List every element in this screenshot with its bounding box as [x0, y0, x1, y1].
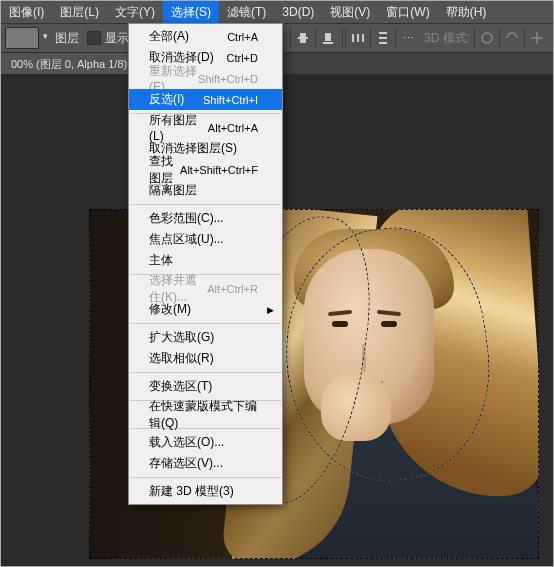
distribute-v-icon[interactable] [370, 28, 395, 48]
menu-item-view[interactable]: 视图(V) [322, 1, 378, 23]
select-menu-dropdown: 全部(A)Ctrl+A取消选择(D)Ctrl+D重新选择(E)Shift+Ctr… [128, 23, 283, 505]
menu-row[interactable]: 扩大选取(G) [129, 327, 282, 348]
tool-preset-picker[interactable] [5, 27, 39, 49]
menu-row[interactable]: 新建 3D 模型(3) [129, 481, 282, 502]
menu-row[interactable]: 焦点区域(U)... [129, 229, 282, 250]
menu-separator [130, 372, 281, 373]
menu-item-image[interactable]: 图像(I) [1, 1, 52, 23]
menu-row-shortcut: Alt+Shift+Ctrl+F [180, 164, 258, 176]
menu-row[interactable]: 修改(M)▶ [129, 299, 282, 320]
menu-separator [130, 204, 281, 205]
menu-row: 选择并遮住(K)...Alt+Ctrl+R [129, 278, 282, 299]
menu-row-shortcut: Alt+Ctrl+R [207, 283, 258, 295]
menu-separator [130, 323, 281, 324]
menu-row[interactable]: 反选(I)Shift+Ctrl+I [129, 89, 282, 110]
menu-row[interactable]: 选取相似(R) [129, 348, 282, 369]
menu-row[interactable]: 在快速蒙版模式下编辑(Q) [129, 404, 282, 425]
document-tab-title: 00% (图层 0, Alpha 1/8) * [11, 58, 135, 70]
submenu-arrow-icon: ▶ [267, 305, 274, 315]
svg-rect-9 [300, 33, 306, 43]
svg-rect-16 [379, 37, 387, 39]
menu-row-label: 反选(I) [149, 91, 203, 108]
distribute-h-icon[interactable] [345, 28, 370, 48]
menu-item-window[interactable]: 窗口(W) [378, 1, 437, 23]
more-align-icon[interactable]: ⋯ [395, 28, 420, 48]
menu-row-label: 色彩范围(C)... [149, 210, 258, 227]
align-center-v-icon[interactable] [290, 28, 315, 48]
menu-row-label: 载入选区(O)... [149, 434, 258, 451]
show-transform-checkbox[interactable] [87, 31, 101, 45]
menu-row[interactable]: 所有图层(L)Alt+Ctrl+A [129, 117, 282, 138]
menu-separator [130, 477, 281, 478]
mode-3d-pan-icon[interactable] [524, 28, 549, 48]
menu-row-label: 全部(A) [149, 28, 227, 45]
svg-rect-17 [379, 42, 387, 44]
svg-rect-12 [352, 34, 354, 42]
menu-item-type[interactable]: 文字(Y) [107, 1, 163, 23]
menu-row-shortcut: Ctrl+D [227, 52, 258, 64]
menu-row[interactable]: 隔离图层 [129, 180, 282, 201]
align-bottom-icon[interactable] [315, 28, 340, 48]
menu-item-layer[interactable]: 图层(L) [52, 1, 107, 23]
menu-row-shortcut: Shift+Ctrl+I [203, 94, 258, 106]
svg-rect-10 [323, 42, 333, 44]
svg-rect-14 [362, 34, 364, 42]
mode-3d-label: 3D 模式: [424, 30, 470, 47]
menu-row[interactable]: 色彩范围(C)... [129, 208, 282, 229]
menu-row-label: 扩大选取(G) [149, 329, 258, 346]
menu-row: 重新选择(E)Shift+Ctrl+D [129, 68, 282, 89]
menu-row[interactable]: 全部(A)Ctrl+A [129, 26, 282, 47]
menu-row-label: 新建 3D 模型(3) [149, 483, 258, 500]
svg-text:⋯: ⋯ [403, 32, 414, 44]
menu-row-label: 修改(M) [149, 301, 258, 318]
menu-row-label: 焦点区域(U)... [149, 231, 258, 248]
menu-row-label: 选取相似(R) [149, 350, 258, 367]
menu-row[interactable]: 查找图层Alt+Shift+Ctrl+F [129, 159, 282, 180]
menu-row[interactable]: 变换选区(T) [129, 376, 282, 397]
menu-row[interactable]: 主体 [129, 250, 282, 271]
menu-row-shortcut: Shift+Ctrl+D [198, 73, 258, 85]
mode-3d-orbit-icon[interactable] [474, 28, 499, 48]
menu-row-shortcut: Ctrl+A [227, 31, 258, 43]
tool-preset-label: 图层 [55, 30, 79, 47]
app-frame: 图像(I) 图层(L) 文字(Y) 选择(S) 滤镜(T) 3D(D) 视图(V… [0, 0, 554, 567]
svg-rect-13 [357, 34, 359, 42]
mode-3d-roll-icon[interactable] [499, 28, 524, 48]
svg-rect-15 [379, 32, 387, 34]
menu-item-filter[interactable]: 滤镜(T) [219, 1, 274, 23]
menu-row[interactable]: 载入选区(O)... [129, 432, 282, 453]
menu-row-label: 变换选区(T) [149, 378, 258, 395]
menu-row-label: 在快速蒙版模式下编辑(Q) [149, 398, 258, 432]
menu-row[interactable]: 存储选区(V)... [129, 453, 282, 474]
menu-item-help[interactable]: 帮助(H) [438, 1, 495, 23]
menu-item-select[interactable]: 选择(S) [163, 1, 219, 23]
svg-rect-11 [325, 33, 331, 41]
menu-row-shortcut: Alt+Ctrl+A [208, 122, 258, 134]
svg-point-19 [482, 33, 492, 43]
menu-row-label: 主体 [149, 252, 258, 269]
menu-row-label: 存储选区(V)... [149, 455, 258, 472]
menu-row-label: 隔离图层 [149, 182, 258, 199]
menu-bar: 图像(I) 图层(L) 文字(Y) 选择(S) 滤镜(T) 3D(D) 视图(V… [1, 1, 553, 24]
menu-item-3d[interactable]: 3D(D) [274, 1, 322, 23]
